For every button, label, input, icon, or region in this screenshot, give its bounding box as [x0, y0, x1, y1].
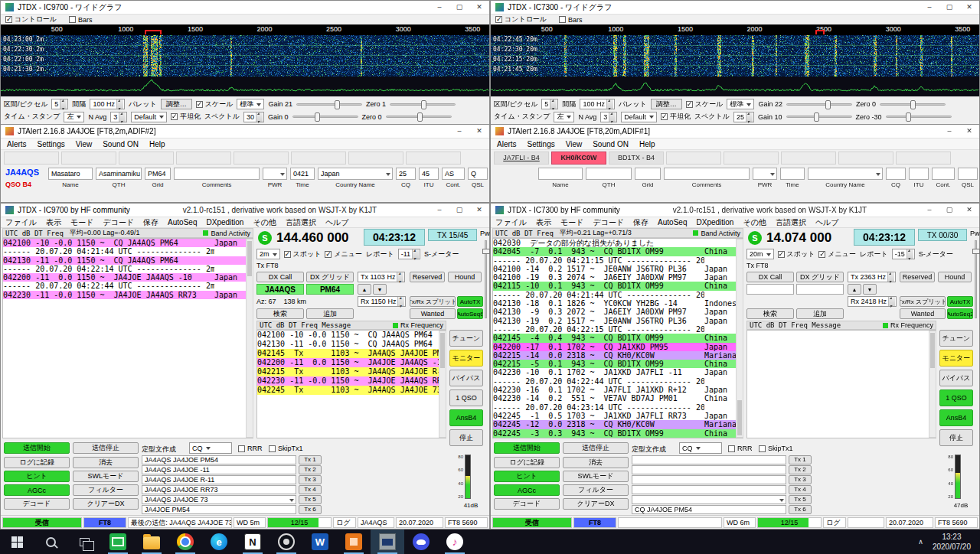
- pwr-slider[interactable]: [485, 240, 487, 318]
- start-button[interactable]: [0, 530, 34, 554]
- minimize-button[interactable]: –: [449, 125, 469, 138]
- info-field[interactable]: [886, 168, 906, 180]
- decode-row[interactable]: ------ 20.07.20 04:22:44 UTC -----------…: [493, 377, 743, 386]
- filter-button[interactable]: フィルター: [73, 484, 139, 496]
- dx-grid-field[interactable]: [796, 284, 844, 295]
- tx-message-field[interactable]: [632, 465, 786, 474]
- side-button[interactable]: バイパス: [939, 370, 973, 386]
- menu-item[interactable]: Help: [149, 140, 165, 148]
- menu-item[interactable]: ファイル: [5, 217, 37, 228]
- decode-row[interactable]: 042100 -10 -0.0 1150 ~ CQ JA4AQS PM64: [257, 331, 446, 340]
- menu-item[interactable]: DXpedition: [696, 218, 733, 226]
- menu-item[interactable]: ファイル: [495, 217, 527, 228]
- reserved-button[interactable]: Reserved: [410, 272, 445, 282]
- callsign-slot[interactable]: [838, 152, 893, 165]
- rx-freq-spinner[interactable]: Rx 1150 Hz: [358, 296, 406, 307]
- maximize-button[interactable]: ▢: [449, 1, 469, 14]
- task-view-button[interactable]: [67, 530, 101, 554]
- dx-grid-field[interactable]: PM64: [306, 284, 354, 295]
- search-button[interactable]: 検索: [746, 308, 794, 319]
- menu-item[interactable]: AutoSeq: [168, 218, 197, 226]
- info-field[interactable]: [958, 168, 978, 180]
- gap-spinner[interactable]: 100 Hz: [580, 99, 615, 109]
- menus-checkbox[interactable]: メニュー: [325, 249, 362, 259]
- minimize-button[interactable]: –: [430, 1, 449, 14]
- hint-button[interactable]: ヒント: [494, 471, 560, 482]
- wanted-button[interactable]: Wanted: [900, 308, 946, 319]
- halt-tx-button[interactable]: 送信停止: [563, 442, 629, 454]
- spectrum-spinner[interactable]: 30: [243, 112, 264, 122]
- palette-adjust-button[interactable]: 調整…: [651, 99, 682, 109]
- callsign-slot[interactable]: [348, 152, 403, 165]
- tx-message-field[interactable]: JA4AQS JA4JOE 73: [142, 495, 296, 504]
- menu-item[interactable]: デコード: [103, 217, 134, 228]
- frequency-scale[interactable]: 500100015002000250030003500: [491, 24, 979, 35]
- decode-row[interactable]: 042230 -10 0.1 1702 ~ JA1XKD JA7FLI -11J…: [493, 368, 743, 376]
- side-button[interactable]: 1 QSO: [449, 389, 483, 406]
- dx-call-button[interactable]: DX Call: [746, 272, 794, 282]
- decode-row[interactable]: 042230 -11 -0.0 1150 ~ JA4JOE JA4AQS RR7…: [257, 376, 446, 386]
- menu-item[interactable]: ヘルプ: [815, 217, 839, 228]
- decode-row[interactable]: 042145 Tx 1103 ~ JA4AQS JA4JOE PM54: [257, 349, 446, 358]
- log-qso-button[interactable]: ログに記録: [494, 457, 560, 468]
- info-field[interactable]: [780, 168, 805, 180]
- decode-row[interactable]: 042200 -11 0.0 1150 ~ JA4JOE JA4AQS -10: [257, 358, 446, 367]
- decode-row[interactable]: ------ 20.07.20 04:22:15 UTC -----------…: [493, 325, 743, 334]
- info-field[interactable]: [263, 168, 287, 180]
- decode-button[interactable]: デコード: [494, 498, 560, 510]
- titlebar[interactable]: JTDX - IC7300 by HF community v2.1.0-rc1…: [491, 204, 979, 217]
- decode-row[interactable]: 042130 -19 0.2 1517 ~ JE0ANW JS6TRQ PL36…: [493, 317, 743, 325]
- spectrum-spinner[interactable]: 25: [733, 112, 754, 122]
- hound-button[interactable]: Hound: [448, 272, 482, 282]
- info-field[interactable]: AS: [442, 168, 465, 180]
- tx-message-field[interactable]: [632, 455, 786, 464]
- menu-item[interactable]: View: [76, 140, 93, 148]
- autoseq-button[interactable]: AutoSeq6: [457, 308, 483, 319]
- dx-grid-button[interactable]: DX グリッド: [306, 272, 354, 282]
- decode-button[interactable]: デコード: [4, 498, 70, 510]
- tx-select-button[interactable]: Tx 1: [299, 455, 322, 464]
- side-button[interactable]: 1 QSO: [939, 389, 973, 406]
- decode-row[interactable]: 042130 -9 0.3 2072 ~ JA6EIY JA0DXW PM97J…: [493, 308, 743, 316]
- decode-row[interactable]: ------ 20.07.20 04:21:15 UTC -----------…: [493, 256, 743, 265]
- scrollbar[interactable]: [439, 331, 446, 438]
- waterfall-display[interactable]: [491, 35, 979, 77]
- info-field[interactable]: [635, 168, 661, 180]
- decode-row[interactable]: 042130 -18 0.1 1826 ~ YC0KCW YH2BG -14In…: [493, 299, 743, 308]
- timestamp-select[interactable]: 左: [554, 112, 574, 122]
- dx-call-field[interactable]: [746, 284, 794, 295]
- tx-freq-spinner[interactable]: Tx 1103 Hz: [358, 272, 405, 282]
- navg-spinner[interactable]: 3: [110, 112, 127, 122]
- menu-item[interactable]: 表示: [46, 217, 61, 228]
- close-button[interactable]: ✕: [469, 204, 489, 217]
- decode-row[interactable]: ------ 20.07.20 04:21:44 UTC -----------…: [3, 247, 253, 256]
- close-button[interactable]: ✕: [959, 1, 979, 14]
- menu-item[interactable]: Alerts: [7, 140, 27, 148]
- band-select[interactable]: 20m: [746, 249, 774, 259]
- info-field[interactable]: [538, 168, 583, 180]
- info-field[interactable]: [932, 168, 955, 180]
- callsign-slot[interactable]: JA7FLI - B4: [494, 152, 549, 165]
- tx-select-button[interactable]: Tx 3: [299, 475, 322, 484]
- taskbar-clock[interactable]: 13:23 2020/07/20: [933, 532, 971, 552]
- report-spinner[interactable]: -15: [892, 249, 915, 259]
- decode-row[interactable]: 042100 -14 0.2 1517 ~ JE0ANW JS6TRQ PL36…: [493, 265, 743, 273]
- tx-message-field[interactable]: JA4AQS JA4JOE PM54: [142, 455, 296, 464]
- titlebar[interactable]: JTDX - IC9700 by HF community v2.1.0-rc1…: [1, 204, 489, 217]
- minimize-button[interactable]: –: [939, 125, 959, 138]
- report-spinner[interactable]: -11: [398, 249, 420, 259]
- gain-slider[interactable]: [296, 103, 362, 106]
- tx-select-button[interactable]: Tx 4: [789, 485, 812, 494]
- info-field[interactable]: [586, 168, 632, 180]
- callsign-slot[interactable]: [781, 152, 836, 165]
- dx-grid-button[interactable]: DX グリッド: [796, 272, 844, 282]
- swl-mode-button[interactable]: SWLモード: [73, 471, 139, 482]
- decode-row[interactable]: ------ 20.07.20 04:21:44 UTC -----------…: [493, 291, 743, 299]
- menu-item[interactable]: ヘルプ: [325, 217, 349, 228]
- taskbar-app[interactable]: [168, 530, 202, 554]
- callsign-slot[interactable]: [406, 152, 461, 165]
- minimize-button[interactable]: –: [430, 204, 449, 217]
- tx-message-field[interactable]: [632, 485, 786, 494]
- palette-adjust-button[interactable]: 調整…: [161, 99, 192, 109]
- pwr-slider[interactable]: [975, 240, 977, 318]
